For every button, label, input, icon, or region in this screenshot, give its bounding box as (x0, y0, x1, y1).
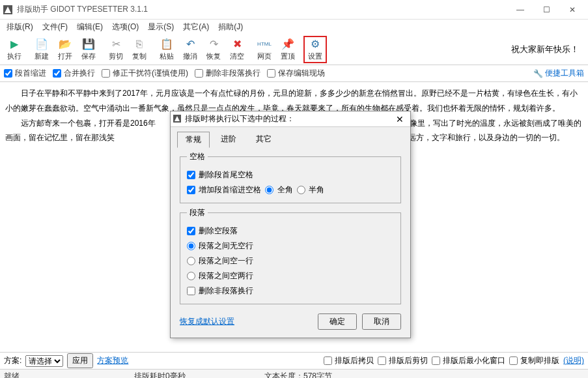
toolbar-打开[interactable]: 📂打开 (53, 36, 77, 63)
opt-save-state[interactable]: 保存编辑现场 (267, 68, 325, 79)
explain-link[interactable]: (说明) (563, 355, 584, 366)
opt-cut-after[interactable]: 排版后剪切 (378, 355, 428, 366)
toolbox-link[interactable]: 🔧 便捷工具箱 (533, 68, 584, 79)
清空-icon: ✖ (231, 38, 244, 51)
toolbar-新建[interactable]: 📄新建 (30, 36, 53, 63)
toolbar-label: 置顶 (281, 51, 295, 61)
options-bar: 段首缩进 合并换行 修正干扰符(谨慎使用) 删除非段落换行 保存编辑现场 🔧 便… (0, 65, 588, 82)
toolbar-复制[interactable]: ⎘复制 (128, 36, 151, 63)
toolbar-label: 撤消 (183, 51, 197, 61)
opt-copy-after[interactable]: 排版后拷贝 (324, 355, 374, 366)
tab-general[interactable]: 常规 (177, 132, 210, 148)
radio-halfwidth[interactable]: 半角 (297, 184, 324, 196)
toolbar-网页[interactable]: HTML网页 (253, 36, 276, 63)
opt-indent[interactable]: 段首缩进 (4, 68, 46, 79)
status-ready: 就绪 (4, 371, 134, 378)
执行-icon: ▶ (8, 38, 21, 51)
radio-one-blank[interactable]: 段落之间空一行 (187, 255, 253, 267)
opt-save-state-checkbox[interactable] (267, 69, 275, 78)
tab-other[interactable]: 其它 (247, 131, 280, 147)
dialog-icon (173, 115, 182, 124)
toolbar-label: 粘贴 (160, 51, 174, 61)
scheme-select[interactable]: 请选择 (25, 355, 63, 367)
保存-icon: 💾 (82, 38, 95, 51)
window-title: 排版助手 GIDOT TYPESETTER 3.1.1 (17, 4, 507, 15)
minimize-button[interactable]: — (507, 1, 533, 19)
粘贴-icon: 📋 (160, 38, 173, 51)
opt-del-nonpara-checkbox[interactable] (195, 69, 203, 78)
menu-options[interactable]: 选项(O) (108, 20, 143, 34)
status-length: 文本长度：578字节 (264, 371, 395, 378)
toolbar-置顶[interactable]: 📌置顶 (276, 36, 300, 63)
menu-edit[interactable]: 编辑(E) (73, 20, 107, 34)
restore-defaults-link[interactable]: 恢复成默认设置 (180, 316, 234, 327)
apply-button[interactable]: 应用 (67, 353, 93, 368)
tab-advanced[interactable]: 进阶 (212, 131, 245, 147)
opt-typeset-on-copy[interactable]: 复制即排版 (509, 355, 559, 366)
ok-button[interactable]: 确定 (318, 313, 357, 330)
toolbar-执行[interactable]: ▶执行 (3, 36, 26, 63)
group-spaces-legend: 空格 (187, 151, 208, 162)
toolbar-设置[interactable]: ⚙设置 (303, 36, 327, 63)
cancel-button[interactable]: 取消 (362, 313, 401, 330)
dialog-title: 排版时将执行以下选中的过程： (185, 113, 392, 124)
网页-icon: HTML (258, 38, 271, 51)
menu-typeset[interactable]: 排版(R) (3, 20, 37, 34)
toolbar-label: 恢复 (206, 51, 221, 61)
maximize-button[interactable]: ☐ (533, 1, 559, 19)
radio-fullwidth[interactable]: 全角 (265, 184, 292, 196)
设置-icon: ⚙ (309, 38, 322, 51)
group-spaces: 空格 删除段首尾空格 增加段首缩进空格 全角 半角 (180, 151, 401, 203)
group-paragraph: 段落 删除空段落 段落之间无空行 段落之间空一行 段落之间空两行 删除非段落换行 (180, 207, 401, 304)
opt-del-empty-para[interactable]: 删除空段落 (187, 225, 238, 237)
恢复-icon: ↷ (207, 38, 220, 51)
menu-file[interactable]: 文件(F) (38, 20, 72, 34)
titlebar: 排版助手 GIDOT TYPESETTER 3.1.1 — ☐ ✕ (0, 0, 588, 20)
status-time: 排版耗时0毫秒 (134, 371, 264, 378)
toolbar-剪切[interactable]: ✂剪切 (104, 36, 128, 63)
close-button[interactable]: ✕ (559, 1, 585, 19)
opt-trim-spaces[interactable]: 删除段首尾空格 (187, 169, 253, 181)
toolbar-label: 设置 (308, 51, 322, 61)
radio-two-blank[interactable]: 段落之间空两行 (187, 270, 253, 282)
toolbar-清空[interactable]: ✖清空 (225, 36, 249, 63)
menu-other[interactable]: 其它(A) (179, 20, 213, 34)
opt-fix-chars[interactable]: 修正干扰符(谨慎使用) (102, 68, 188, 79)
opt-add-indent[interactable]: 增加段首缩进空格 (187, 184, 261, 196)
toolbar-label: 网页 (257, 51, 272, 61)
toolbar-粘贴[interactable]: 📋粘贴 (155, 36, 178, 63)
toolbar-恢复[interactable]: ↷恢复 (202, 36, 225, 63)
opt-minimize-after[interactable]: 排版后最小化窗口 (432, 355, 505, 366)
wrench-icon: 🔧 (533, 69, 543, 78)
settings-dialog: 排版时将执行以下选中的过程： ✕ 常规 进阶 其它 空格 删除段首尾空格 增加段… (170, 111, 411, 338)
opt-merge-newline[interactable]: 合并换行 (53, 68, 95, 79)
新建-icon: 📄 (35, 38, 48, 51)
radio-no-blank[interactable]: 段落之间无空行 (187, 240, 253, 252)
toolbar-label: 复制 (132, 51, 147, 61)
toolbar-保存[interactable]: 💾保存 (77, 36, 100, 63)
scheme-label: 方案: (4, 355, 21, 366)
撤消-icon: ↶ (184, 38, 197, 51)
dialog-titlebar[interactable]: 排版时将执行以下选中的过程： ✕ (171, 111, 410, 127)
toolbar-label: 执行 (7, 51, 21, 61)
toolbar-label: 新建 (35, 51, 49, 61)
opt-del-nonpara-newline[interactable]: 删除非段落换行 (187, 285, 253, 297)
toolbar-label: 打开 (58, 51, 72, 61)
menu-donate[interactable]: 捐助(J) (214, 20, 247, 34)
dialog-tabs: 常规 进阶 其它 (171, 127, 410, 147)
opt-indent-checkbox[interactable] (4, 69, 12, 78)
group-paragraph-legend: 段落 (187, 207, 208, 218)
置顶-icon: 📌 (281, 38, 294, 51)
scheme-preview-link[interactable]: 方案预览 (97, 355, 128, 366)
opt-merge-newline-checkbox[interactable] (53, 69, 61, 78)
app-icon (3, 5, 13, 15)
toolbar-撤消[interactable]: ↶撤消 (178, 36, 202, 63)
toolbar-label: 保存 (81, 51, 96, 61)
opt-fix-chars-checkbox[interactable] (102, 69, 110, 78)
menu-view[interactable]: 显示(S) (144, 20, 178, 34)
打开-icon: 📂 (59, 38, 72, 51)
opt-del-nonpara[interactable]: 删除非段落换行 (195, 68, 260, 79)
剪切-icon: ✂ (109, 38, 122, 51)
status-bar: 就绪 排版耗时0毫秒 文本长度：578字节 (0, 369, 588, 378)
dialog-close-button[interactable]: ✕ (392, 114, 408, 124)
